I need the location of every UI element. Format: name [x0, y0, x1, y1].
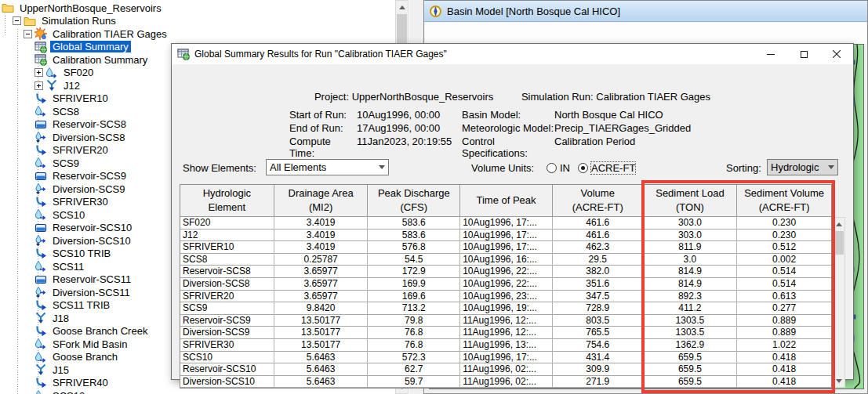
table-scroll-up-icon[interactable]	[833, 218, 844, 230]
tree-scroll-up-icon[interactable]	[396, 1, 408, 13]
subbasin-icon	[35, 389, 48, 394]
tree-item[interactable]: SCS12	[0, 389, 394, 394]
table-row[interactable]: Reservoir-SCS913.5017779.811Aug1996, 12:…	[180, 315, 831, 327]
table-cell: 659.5	[644, 352, 738, 364]
results-table: HydrologicElementDrainage Area(MI2)Peak …	[180, 184, 832, 389]
table-row[interactable]: Reservoir-SCS105.646362.711Aug1996, 02:.…	[180, 363, 831, 376]
tree-item[interactable]: Simulation Runs	[0, 15, 394, 28]
expander-plus-icon[interactable]	[35, 81, 43, 90]
tree-item-label: SCS12	[50, 390, 87, 394]
dialog-titlebar[interactable]: Global Summary Results for Run "Calibrat…	[172, 44, 853, 64]
subbasin-icon	[35, 157, 48, 169]
table-cell: SCS8	[180, 254, 274, 266]
subbasin-icon	[35, 260, 48, 273]
basin-model-label: Basin Model:	[462, 109, 554, 122]
table-row[interactable]: Diversion-SCS913.5017776.811Aug1996, 12:…	[180, 327, 831, 339]
table-cell: 1303.5	[644, 327, 738, 339]
table-cell: 713.2	[368, 302, 460, 315]
sorting-select[interactable]: Hydrologic	[767, 159, 838, 175]
table-row[interactable]: SFRIVER103.4019576.810Aug1996, 17:...462…	[180, 241, 831, 254]
table-cell: 271.9	[553, 376, 644, 389]
column-header-line1: Peak Discharge	[378, 186, 450, 201]
volume-units-radio-in[interactable]: IN	[547, 162, 570, 174]
table-cell: 0.512	[737, 241, 831, 254]
tree-item-label: Reservoir-SCS11	[50, 273, 133, 285]
global-summary-dialog: Global Summary Results for Run "Calibrat…	[171, 43, 854, 380]
table-cell: 169.9	[368, 278, 460, 291]
close-button[interactable]	[820, 44, 853, 64]
table-cell: 10Aug1996, 22:...	[460, 278, 553, 291]
table-cell: 351.6	[553, 278, 644, 291]
column-header[interactable]: Drainage Area(MI2)	[274, 185, 369, 217]
table-cell: 754.6	[553, 339, 644, 352]
start-of-run-label: Start of Run:	[289, 109, 357, 122]
table-cell: 0.514	[737, 278, 831, 291]
table-row[interactable]: Reservoir-SCS83.65977172.910Aug1996, 22:…	[180, 266, 831, 278]
reach-icon	[35, 299, 48, 312]
simulation-run-icon	[35, 27, 48, 40]
column-header-line1: Sediment Volume	[744, 186, 824, 201]
table-cell: 583.6	[368, 217, 460, 230]
table-row[interactable]: SFRIVER3013.5017776.811Aug1996, 13:...75…	[180, 339, 831, 352]
simulation-run-value: Calibration TIAER Gages	[596, 91, 710, 103]
tree-item-label: SFRIVER10	[50, 92, 111, 104]
column-header[interactable]: HydrologicElement	[180, 185, 274, 217]
meteorologic-model-label: Meteorologic Model:	[462, 122, 554, 136]
table-cell: 11Aug1996, 12:...	[460, 315, 553, 327]
table-row[interactable]: J123.4019583.610Aug1996, 17:...461.6303.…	[180, 230, 831, 242]
column-header[interactable]: Sediment Volume(ACRE-FT)	[737, 185, 831, 217]
expander-plus-icon[interactable]	[35, 68, 43, 77]
tree-item[interactable]: Calibration TIAER Gages	[0, 27, 394, 41]
table-cell: Diversion-SCS9	[180, 327, 274, 339]
results-table-header: HydrologicElementDrainage Area(MI2)Peak …	[180, 185, 831, 217]
tree-item-label: Reservoir-SCS10	[50, 222, 134, 233]
reservoir-icon	[35, 118, 48, 131]
table-cell: 659.5	[644, 376, 738, 389]
maximize-button[interactable]	[787, 44, 820, 64]
column-header[interactable]: Volume(ACRE-FT)	[553, 185, 644, 217]
table-row[interactable]: SCS80.2578754.510Aug1996, 16:...29.53.00…	[180, 254, 831, 266]
reservoir-icon	[35, 222, 48, 234]
column-header[interactable]: Sediment Load(TON)	[644, 185, 738, 217]
meteorologic-model-value: Precip_TIAERGages_Gridded	[554, 122, 691, 136]
tree-item-label: SCS11 TRIB	[50, 299, 112, 311]
table-row[interactable]: Diversion-SCS105.646359.711Aug1996, 02:.…	[180, 376, 831, 389]
dialog-title: Global Summary Results for Run "Calibrat…	[194, 49, 754, 60]
show-elements-select[interactable]: All Elements	[266, 159, 389, 175]
volume-units-label: Volume Units:	[471, 159, 534, 176]
volume-units-radio-acre-ft[interactable]: ACRE-FT	[578, 162, 635, 174]
table-cell: 811.9	[644, 241, 738, 254]
table-cell: 0.418	[737, 352, 831, 364]
tree-item-label: SCS10 TRIB	[50, 248, 113, 259]
reach-icon	[35, 325, 48, 338]
junction-icon	[45, 79, 59, 92]
reservoir-icon	[35, 170, 48, 183]
table-cell: SFRIVER30	[180, 339, 274, 352]
project-label: Project:	[314, 91, 349, 103]
tree-item-label: SCS10	[50, 209, 87, 221]
column-header[interactable]: Time of Peak	[460, 185, 553, 217]
table-cell: 303.0	[644, 230, 738, 242]
table-cell: 659.5	[644, 363, 738, 376]
table-cell: 5.6463	[274, 352, 369, 364]
column-header[interactable]: Peak Discharge(CFS)	[368, 185, 460, 217]
table-scrollbar[interactable]	[832, 217, 845, 388]
table-scroll-down-icon[interactable]	[833, 374, 844, 387]
table-cell: 347.5	[553, 291, 644, 303]
expander-minus-icon[interactable]	[24, 30, 32, 38]
table-row[interactable]: SCS105.6463572.310Aug1996, 17:...431.465…	[180, 352, 831, 364]
basin-model-titlebar[interactable]: Basin Model [North Bosque Cal HICO]	[424, 1, 867, 22]
column-header-line2: (MI2)	[309, 201, 332, 215]
expander-minus-icon[interactable]	[13, 16, 21, 25]
table-scrollbar-thumb[interactable]	[833, 231, 844, 255]
sorting-label: Sorting:	[726, 159, 761, 176]
table-row[interactable]: SFRIVER203.65977169.610Aug1996, 23:...34…	[180, 291, 831, 303]
minimize-button[interactable]	[754, 44, 787, 64]
table-cell: 0.613	[737, 291, 831, 303]
chevron-down-icon	[379, 165, 385, 169]
table-row[interactable]: SF0203.4019583.610Aug1996, 17:...461.630…	[180, 217, 831, 230]
table-row[interactable]: SCS99.8420713.210Aug1996, 19:...728.9411…	[180, 302, 831, 315]
subbasin-icon	[35, 338, 48, 350]
table-row[interactable]: Diversion-SCS83.65977169.910Aug1996, 22:…	[180, 278, 831, 291]
tree-item[interactable]: UpperNorthBosque_Reservoirs	[0, 2, 394, 15]
